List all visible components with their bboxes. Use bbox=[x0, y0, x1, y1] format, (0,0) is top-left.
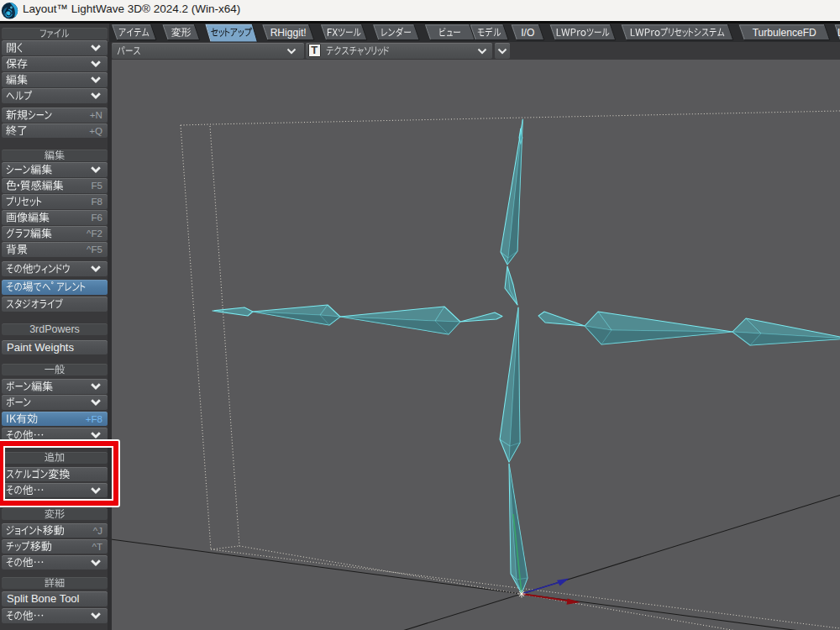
svg-text:I/O: I/O bbox=[521, 27, 534, 39]
svg-text:TurbulenceFD: TurbulenceFD bbox=[753, 27, 816, 39]
svg-text:RHiggit!: RHiggit! bbox=[270, 27, 307, 39]
